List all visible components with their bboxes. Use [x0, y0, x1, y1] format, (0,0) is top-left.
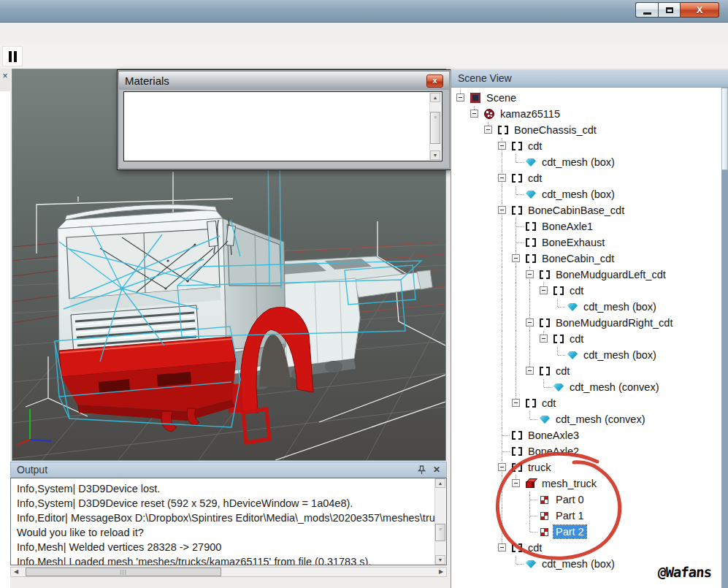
tree-node-bonemudguardright-cdt[interactable]: BoneMudguardRight_cdt	[452, 315, 721, 331]
tree-label[interactable]: cdt	[526, 140, 544, 153]
tree-label[interactable]: cdt	[567, 332, 586, 345]
tree-node-cdt[interactable]: cdt	[452, 138, 721, 154]
materials-scrollbar[interactable]: ▲ ≡ ▼	[429, 93, 441, 160]
scene-tree[interactable]: Scene kamaz65115 BoneChassis_cdt cdt cdt…	[452, 88, 721, 588]
h-scroll-left-button[interactable]: ◀	[11, 568, 21, 576]
tree-expander[interactable]	[470, 106, 484, 122]
tree-node-bonecabinbase-cdt[interactable]: BoneCabinBase_cdt	[452, 202, 721, 218]
maximize-button[interactable]	[658, 2, 681, 18]
tree-label[interactable]: kamaz65115	[498, 107, 562, 121]
minimize-button[interactable]	[635, 2, 658, 18]
tree-label[interactable]: cdt_mesh (box)	[581, 348, 659, 362]
tree-expander[interactable]	[540, 283, 553, 299]
tree-label[interactable]: BoneExhaust	[540, 236, 607, 249]
tree-expander[interactable]	[526, 315, 540, 331]
tree-node-cdt-mesh-convex-[interactable]: cdt_mesh (convex)	[452, 379, 721, 395]
tree-node-cdt[interactable]: cdt	[452, 283, 721, 299]
close-button[interactable]: X	[681, 2, 719, 18]
tree-label[interactable]: cdt_mesh (box)	[540, 188, 617, 201]
scene-scroll-thumb[interactable]	[721, 88, 728, 170]
scroll-up-button[interactable]: ▲	[430, 93, 440, 102]
tree-label[interactable]: mesh_truck	[540, 477, 599, 490]
tree-label[interactable]: cdt	[540, 397, 558, 410]
h-scroll-thumb[interactable]: |||	[26, 568, 221, 576]
tree-node-bonechassis-cdt[interactable]: BoneChassis_cdt	[452, 122, 721, 138]
tree-label[interactable]: BoneCabinBase_cdt	[526, 204, 627, 217]
tree-label[interactable]: cdt_mesh (box)	[540, 557, 617, 570]
tree-label[interactable]: BoneChassis_cdt	[512, 123, 599, 137]
tree-label[interactable]: BoneCabin_cdt	[540, 252, 616, 265]
scene-scrollbar[interactable]	[721, 88, 728, 588]
tree-label[interactable]: BoneAxle3	[526, 429, 581, 442]
tree-node-kamaz65115[interactable]: kamaz65115	[452, 106, 721, 122]
tree-node-cdt[interactable]: cdt	[452, 170, 721, 186]
tree-node-cdt[interactable]: cdt	[452, 331, 721, 347]
tree-label[interactable]: BoneMudguardRight_cdt	[553, 316, 675, 329]
tree-node-bonecabin-cdt[interactable]: BoneCabin_cdt	[452, 251, 721, 267]
tree-label[interactable]: cdt_mesh (box)	[540, 156, 617, 169]
tree-node-mesh-truck[interactable]: mesh_truck	[452, 476, 721, 492]
tree-label[interactable]: cdt_mesh (box)	[581, 300, 659, 313]
output-v-scrollbar[interactable]: ▲ ≡ ▼	[434, 478, 446, 565]
tree-node-part-0[interactable]: Part 0	[452, 492, 721, 508]
tree-expander[interactable]	[526, 363, 540, 379]
tree-node-truck[interactable]: truck	[452, 459, 721, 476]
tree-node-cdt[interactable]: cdt	[452, 540, 721, 556]
materials-dialog[interactable]: Materials x ▲ ≡ ▼	[117, 69, 451, 170]
output-scroll-up-button[interactable]: ▲	[435, 478, 445, 488]
tree-label[interactable]: truck	[526, 461, 553, 474]
tree-node-scene[interactable]: Scene	[452, 90, 721, 106]
tree-node-cdt[interactable]: cdt	[452, 363, 721, 379]
tree-label[interactable]: BoneAxle2	[526, 445, 581, 458]
tree-node-cdt[interactable]: cdt	[452, 395, 721, 411]
pause-button[interactable]	[2, 46, 23, 66]
tree-node-part-1[interactable]: Part 1	[452, 508, 721, 524]
materials-close-button[interactable]: x	[426, 75, 443, 88]
tree-expander[interactable]	[498, 170, 512, 186]
tree-expander[interactable]	[512, 476, 526, 492]
tree-expander[interactable]	[498, 540, 512, 556]
tree-label[interactable]: Part 1	[553, 509, 586, 522]
tree-node-bonemudguardleft-cdt[interactable]: BoneMudguardLeft_cdt	[452, 267, 721, 283]
tree-expander[interactable]	[498, 202, 512, 218]
tree-label[interactable]: BoneAxle1	[540, 220, 595, 233]
tree-label[interactable]: cdt	[526, 541, 544, 554]
scroll-thumb[interactable]: ≡	[430, 112, 440, 144]
tree-node-boneaxle1[interactable]: BoneAxle1	[452, 218, 721, 234]
materials-titlebar[interactable]: Materials x	[119, 72, 449, 90]
output-scroll-thumb[interactable]: ≡	[435, 524, 445, 541]
left-dock-close-button[interactable]: ×	[0, 69, 10, 91]
pin-icon[interactable]	[418, 465, 426, 475]
tree-node-cdt-mesh-box-[interactable]: cdt_mesh (box)	[452, 299, 721, 315]
scroll-down-button[interactable]: ▼	[430, 150, 440, 160]
tree-label[interactable]: cdt_mesh (convex)	[553, 413, 648, 426]
tree-node-boneaxle2[interactable]: BoneAxle2	[452, 443, 721, 459]
output-log[interactable]: Info,System| D3D9Device lost.Info,System…	[10, 478, 447, 565]
output-scroll-down-button[interactable]: ▼	[435, 555, 445, 565]
tree-label[interactable]: Scene	[484, 91, 518, 104]
tree-expander[interactable]	[498, 138, 512, 154]
tree-expander[interactable]	[540, 331, 553, 347]
tree-node-part-2[interactable]: Part 2	[452, 524, 721, 540]
window-titlebar[interactable]: X	[0, 0, 728, 23]
tree-node-cdt-mesh-box-[interactable]: cdt_mesh (box)	[452, 186, 721, 202]
tree-node-cdt-mesh-convex-[interactable]: cdt_mesh (convex)	[452, 411, 721, 427]
tree-label[interactable]: BoneMudguardLeft_cdt	[553, 268, 668, 281]
output-close-icon[interactable]: ✕	[433, 465, 440, 474]
output-h-scrollbar[interactable]: ◀ ||| ▶	[10, 567, 447, 577]
materials-listbox[interactable]: ▲ ≡ ▼	[123, 91, 442, 161]
tree-label[interactable]: Part 2	[553, 525, 586, 538]
tree-expander[interactable]	[498, 459, 512, 476]
tree-expander[interactable]	[512, 251, 526, 267]
tree-label[interactable]: cdt_mesh (convex)	[567, 381, 662, 394]
tree-node-cdt-mesh-box-[interactable]: cdt_mesh (box)	[452, 154, 721, 170]
tree-label[interactable]: Part 0	[553, 493, 586, 506]
tree-label[interactable]: cdt	[553, 364, 572, 378]
tree-node-cdt-mesh-box-[interactable]: cdt_mesh (box)	[452, 347, 721, 363]
tree-label[interactable]: cdt	[567, 284, 586, 297]
tree-expander[interactable]	[456, 90, 470, 106]
tree-expander[interactable]	[526, 267, 540, 283]
tree-expander[interactable]	[512, 395, 526, 411]
h-scroll-right-button[interactable]: ▶	[436, 568, 446, 576]
tree-node-boneexhaust[interactable]: BoneExhaust	[452, 234, 721, 251]
